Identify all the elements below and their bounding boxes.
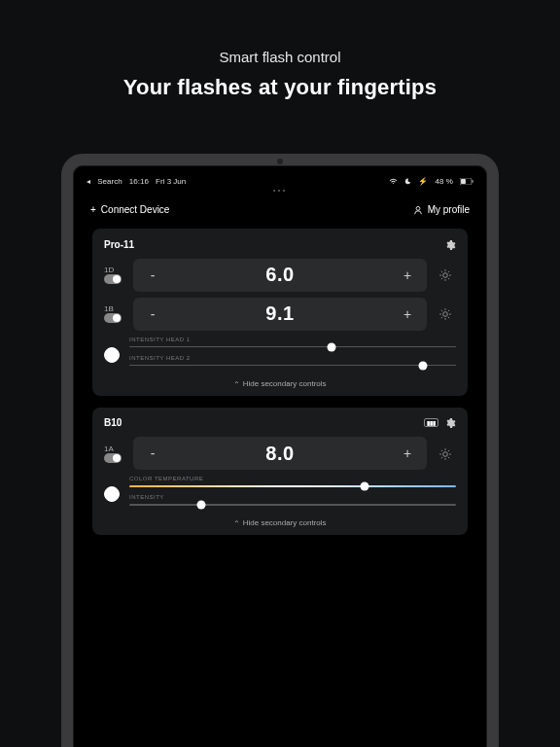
svg-line-10	[448, 278, 449, 279]
model-light-icon[interactable]	[435, 305, 456, 323]
increase-button[interactable]: +	[388, 445, 427, 461]
slider-label: COLOR TEMPERATURE	[129, 476, 456, 481]
gear-icon[interactable]	[444, 238, 456, 250]
connect-device-label: Connect Device	[101, 204, 170, 215]
status-date: Fri 3 Jun	[156, 177, 186, 186]
svg-point-22	[443, 452, 448, 457]
model-light-icon[interactable]	[435, 445, 456, 462]
channel-id: 1D	[104, 266, 125, 274]
channel-id: 1B	[104, 304, 125, 313]
increase-button[interactable]: +	[388, 306, 427, 322]
user-icon	[413, 204, 423, 215]
svg-line-21	[448, 310, 449, 311]
svg-line-29	[441, 457, 442, 458]
color-temp-slider[interactable]	[129, 482, 456, 490]
battery-icon	[460, 177, 473, 186]
my-profile-button[interactable]: My profile	[413, 204, 470, 215]
tablet-frame: ◂ Search 16:16 Fri 3 Jun ⚡ 48 %	[61, 154, 499, 747]
channel-toggle[interactable]	[104, 453, 122, 463]
hero-subtitle: Smart flash control	[0, 49, 560, 65]
slider-label: INTENSITY HEAD 1	[129, 337, 456, 342]
intensity-slider[interactable]	[129, 343, 456, 351]
gear-icon[interactable]	[444, 417, 456, 429]
svg-line-28	[448, 457, 449, 458]
device-card-b10: B10 ▮▮▮ 1A - 8.0	[92, 408, 468, 535]
svg-line-19	[448, 317, 449, 318]
battery-pct: 48 %	[436, 177, 453, 186]
channel-toggle[interactable]	[104, 313, 122, 323]
model-light-icon[interactable]	[435, 267, 456, 284]
app-screen: ◂ Search 16:16 Fri 3 Jun ⚡ 48 %	[77, 173, 483, 747]
secondary-toggle[interactable]	[104, 486, 120, 502]
decrease-button[interactable]: -	[133, 267, 172, 283]
svg-line-20	[441, 317, 442, 318]
decrease-button[interactable]: -	[133, 445, 172, 461]
svg-line-18	[441, 310, 442, 311]
decrease-button[interactable]: -	[133, 306, 172, 322]
hero-title: Your flashes at your fingertips	[0, 75, 560, 100]
charge-icon: ⚡	[418, 177, 428, 186]
svg-line-9	[441, 271, 442, 272]
slider-label: INTENSITY HEAD 2	[129, 355, 456, 361]
svg-line-27	[441, 450, 442, 451]
power-value: 8.0	[172, 443, 388, 465]
multitask-dots: •••	[77, 186, 483, 195]
svg-point-4	[443, 273, 448, 278]
device-name: B10	[104, 417, 122, 428]
power-stepper: - 9.1 +	[133, 298, 427, 331]
svg-rect-1	[461, 179, 466, 184]
hide-secondary-button[interactable]: Hide secondary controls	[104, 379, 456, 388]
wifi-icon	[389, 177, 400, 186]
back-icon[interactable]: ◂	[87, 177, 90, 186]
svg-line-11	[441, 278, 442, 279]
power-value: 6.0	[172, 264, 388, 286]
back-label[interactable]: Search	[97, 177, 122, 186]
channel-id: 1A	[104, 445, 125, 453]
svg-point-3	[416, 207, 420, 211]
svg-line-30	[448, 450, 449, 451]
svg-rect-2	[472, 180, 473, 183]
my-profile-label: My profile	[428, 204, 470, 215]
connect-device-button[interactable]: + Connect Device	[90, 204, 169, 215]
power-stepper: - 6.0 +	[133, 259, 427, 292]
svg-line-12	[448, 271, 449, 272]
intensity-slider[interactable]	[129, 362, 456, 370]
channel-toggle[interactable]	[104, 274, 122, 284]
dnd-icon	[404, 177, 413, 186]
power-stepper: - 8.0 +	[133, 437, 427, 470]
increase-button[interactable]: +	[388, 267, 427, 283]
hide-secondary-button[interactable]: Hide secondary controls	[104, 518, 456, 527]
secondary-toggle[interactable]	[104, 347, 120, 363]
power-value: 9.1	[172, 302, 388, 325]
device-name: Pro-11	[104, 239, 134, 250]
status-time: 16:16	[129, 177, 149, 186]
battery-badge-icon: ▮▮▮	[424, 418, 438, 427]
device-card-pro11: Pro-11 1D - 6.0 +	[92, 229, 468, 395]
intensity-slider[interactable]	[129, 501, 456, 509]
svg-point-13	[443, 312, 448, 317]
slider-label: INTENSITY	[129, 494, 456, 500]
plus-icon: +	[90, 204, 96, 215]
